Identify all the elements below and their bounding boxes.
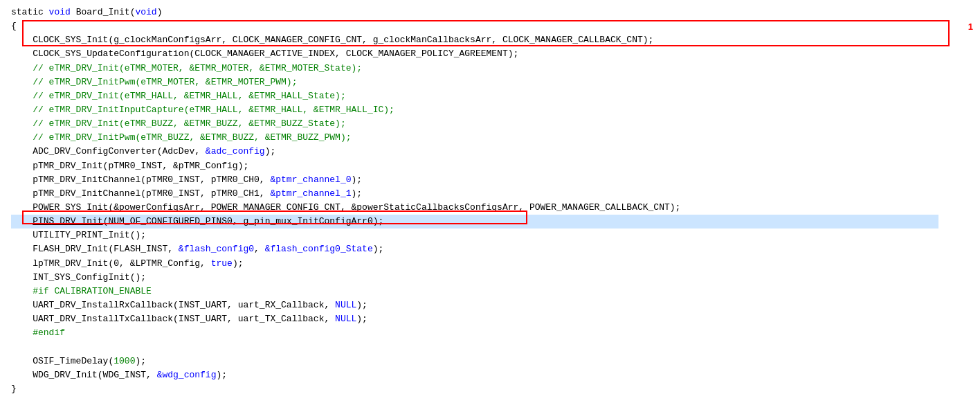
code-line-pins-init: PINS_DRV_Init(NUM_OF_CONFIGURED_PINS0, g… bbox=[11, 215, 938, 229]
code-line-clock-update: CLOCK_SYS_UpdateConfiguration(CLOCK_MANA… bbox=[11, 47, 938, 61]
code-line: // eTMR_DRV_Init(eTMR_BUZZ, &ETMR_BUZZ, … bbox=[11, 117, 938, 131]
code-line: UART_DRV_InstallRxCallback(INST_UART, ua… bbox=[11, 298, 938, 312]
code-line: // eTMR_DRV_Init(eTMR_MOTER, &ETMR_MOTER… bbox=[11, 62, 938, 75]
code-line: } bbox=[11, 382, 938, 394]
code-line: #endif bbox=[11, 326, 938, 340]
code-line: FLASH_DRV_Init(FLASH_INST, &flash_config… bbox=[11, 242, 938, 256]
code-line: lpTMR_DRV_Init(0, &LPTMR_Config, true); bbox=[11, 257, 938, 271]
code-line: WDG_DRV_Init(WDG_INST, &wdg_config); bbox=[11, 368, 938, 382]
code-line: OSIF_TimeDelay(1000); bbox=[11, 355, 938, 368]
code-line: // eTMR_DRV_InitInputCapture(eTMR_HALL, … bbox=[11, 103, 938, 117]
annotation-label-1: 1 bbox=[968, 20, 973, 34]
code-line: pTMR_DRV_InitChannel(pTMR0_INST, pTMR0_C… bbox=[11, 187, 938, 201]
code-line: pTMR_DRV_Init(pTMR0_INST, &pTMR_Config); bbox=[11, 159, 938, 173]
code-line: static void Board_Init(void) bbox=[11, 6, 938, 19]
code-line: // eTMR_DRV_InitPwm(eTMR_BUZZ, &ETMR_BUZ… bbox=[11, 131, 938, 145]
code-line: INT_SYS_ConfigInit(); bbox=[11, 271, 938, 285]
code-line: POWER_SYS_Init(&powerConfigsArr, POWER_M… bbox=[11, 201, 938, 215]
code-line-clock-init: CLOCK_SYS_Init(g_clockManConfigsArr, CLO… bbox=[11, 33, 938, 47]
code-line: UTILITY_PRINT_Init(); bbox=[11, 229, 938, 242]
code-line bbox=[11, 340, 938, 354]
code-line: pTMR_DRV_InitChannel(pTMR0_INST, pTMR0_C… bbox=[11, 173, 938, 187]
code-line: // eTMR_DRV_InitPwm(eTMR_MOTER, &ETMR_MO… bbox=[11, 75, 938, 89]
code-line: #if CALIBRATION_ENABLE bbox=[11, 285, 938, 298]
code-line: { bbox=[11, 19, 938, 33]
code-line: ADC_DRV_ConfigConverter(AdcDev, &adc_con… bbox=[11, 145, 938, 159]
code-container: 1 2 static void Board_Init(void) { CLOCK… bbox=[0, 0, 980, 394]
code-line: // eTMR_DRV_Init(eTMR_HALL, &ETMR_HALL, … bbox=[11, 89, 938, 103]
code-line: UART_DRV_InstallTxCallback(INST_UART, ua… bbox=[11, 312, 938, 326]
